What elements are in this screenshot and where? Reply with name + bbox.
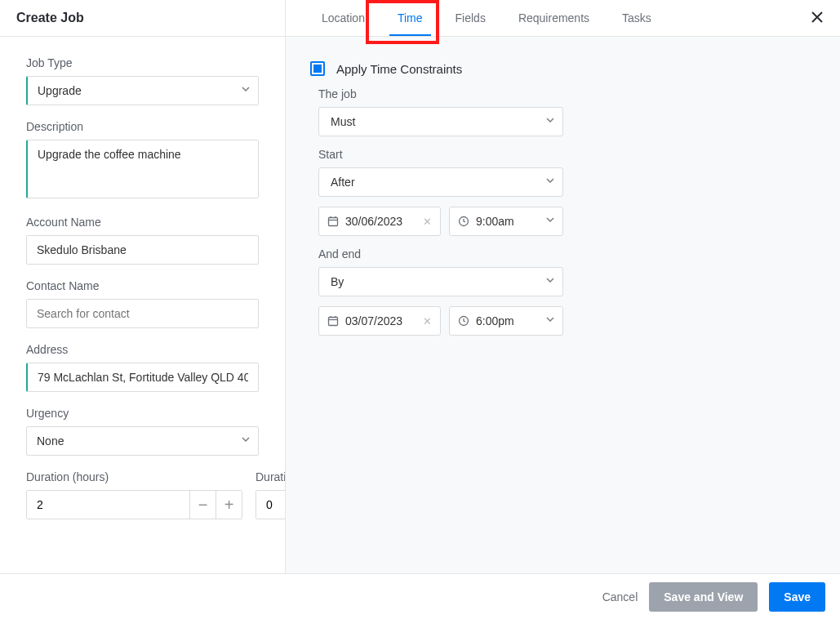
- job-type-value: Upgrade: [38, 84, 82, 97]
- account-name-label: Account Name: [26, 216, 259, 229]
- svg-rect-2: [329, 318, 338, 326]
- tab-label: Fields: [456, 11, 486, 24]
- cancel-button[interactable]: Cancel: [602, 590, 638, 603]
- right-panel: Location Time Fields Requirements Tasks …: [286, 0, 840, 573]
- urgency-select[interactable]: None: [26, 426, 259, 456]
- duration-minutes-label: Duration (minutes): [256, 470, 285, 483]
- start-date-value: 30/06/2023: [345, 215, 402, 228]
- start-time-field[interactable]: 9:00am: [449, 207, 563, 236]
- duration-hours-input[interactable]: [27, 491, 189, 519]
- left-header: Create Job: [0, 0, 285, 37]
- tab-location[interactable]: Location: [305, 0, 381, 36]
- clock-icon: [458, 216, 469, 227]
- tab-time[interactable]: Time: [381, 0, 439, 36]
- chevron-down-icon: [546, 217, 554, 225]
- save-button[interactable]: Save: [769, 582, 825, 612]
- plus-icon: +: [224, 496, 234, 514]
- page-title: Create Job: [16, 11, 84, 25]
- minus-button[interactable]: −: [189, 491, 216, 519]
- duration-minutes-input[interactable]: [256, 491, 285, 519]
- close-button[interactable]: [809, 10, 825, 26]
- chevron-down-icon: [546, 317, 554, 325]
- create-job-form: Job Type Upgrade Description Account Nam…: [0, 37, 285, 554]
- duration-hours-stepper[interactable]: − +: [26, 490, 242, 519]
- svg-rect-0: [329, 218, 338, 226]
- job-type-label: Job Type: [26, 56, 259, 69]
- chevron-down-icon: [546, 278, 554, 286]
- tab-label: Location: [322, 11, 365, 24]
- job-constraint-label: The job: [318, 87, 816, 100]
- account-name-input[interactable]: [26, 235, 259, 265]
- end-time-value: 6:00pm: [476, 314, 514, 327]
- duration-hours-label: Duration (hours): [26, 470, 242, 483]
- job-constraint-value: Must: [331, 115, 355, 128]
- tab-label: Requirements: [518, 11, 589, 24]
- calendar-icon: [327, 216, 339, 227]
- contact-name-label: Contact Name: [26, 279, 259, 292]
- x-icon: ✕: [423, 216, 432, 228]
- urgency-value: None: [37, 434, 64, 448]
- end-date-field[interactable]: 03/07/2023 ✕: [318, 306, 441, 336]
- duration-minutes-stepper[interactable]: − +: [256, 490, 285, 519]
- left-panel: Create Job Job Type Upgrade Description …: [0, 0, 286, 573]
- tab-tasks[interactable]: Tasks: [606, 0, 668, 36]
- footer-bar: Cancel Save and View Save: [0, 573, 840, 619]
- chevron-down-icon: [242, 87, 250, 95]
- time-tab-body: Apply Time Constraints The job Must Star…: [286, 37, 840, 360]
- start-constraint-value: After: [331, 176, 355, 189]
- end-date-value: 03/07/2023: [345, 314, 402, 327]
- apply-constraints-label: Apply Time Constraints: [336, 62, 462, 76]
- end-constraint-label: And end: [318, 247, 816, 261]
- checkbox-inner-icon: [313, 65, 322, 73]
- address-input[interactable]: [26, 363, 259, 392]
- job-type-select[interactable]: Upgrade: [26, 76, 259, 105]
- job-constraint-select[interactable]: Must: [318, 107, 563, 136]
- chevron-down-icon: [546, 178, 554, 186]
- description-label: Description: [26, 120, 259, 133]
- end-time-field[interactable]: 6:00pm: [449, 306, 563, 336]
- description-textarea[interactable]: [26, 140, 259, 198]
- start-constraint-label: Start: [318, 148, 816, 161]
- urgency-label: Urgency: [26, 407, 259, 420]
- clear-date-button[interactable]: ✕: [423, 216, 432, 228]
- tab-requirements[interactable]: Requirements: [502, 0, 606, 36]
- plus-button[interactable]: +: [216, 491, 242, 519]
- close-icon: [811, 11, 824, 26]
- tab-label: Tasks: [622, 11, 651, 24]
- end-constraint-select[interactable]: By: [318, 267, 563, 296]
- start-time-value: 9:00am: [476, 215, 514, 228]
- start-constraint-select[interactable]: After: [318, 167, 563, 197]
- address-label: Address: [26, 343, 259, 356]
- end-constraint-value: By: [331, 275, 344, 288]
- clock-icon: [458, 315, 469, 327]
- apply-constraints-checkbox[interactable]: [310, 61, 325, 76]
- start-date-field[interactable]: 30/06/2023 ✕: [318, 207, 441, 236]
- tabs-bar: Location Time Fields Requirements Tasks: [286, 0, 840, 37]
- tab-label: Time: [398, 11, 423, 24]
- contact-name-input[interactable]: [26, 299, 259, 328]
- clear-date-button[interactable]: ✕: [423, 315, 432, 327]
- x-icon: ✕: [423, 315, 432, 327]
- tab-fields[interactable]: Fields: [439, 0, 502, 36]
- chevron-down-icon: [546, 118, 554, 126]
- save-and-view-button[interactable]: Save and View: [649, 582, 758, 612]
- chevron-down-icon: [242, 437, 250, 445]
- minus-icon: −: [198, 496, 208, 514]
- calendar-icon: [327, 315, 339, 327]
